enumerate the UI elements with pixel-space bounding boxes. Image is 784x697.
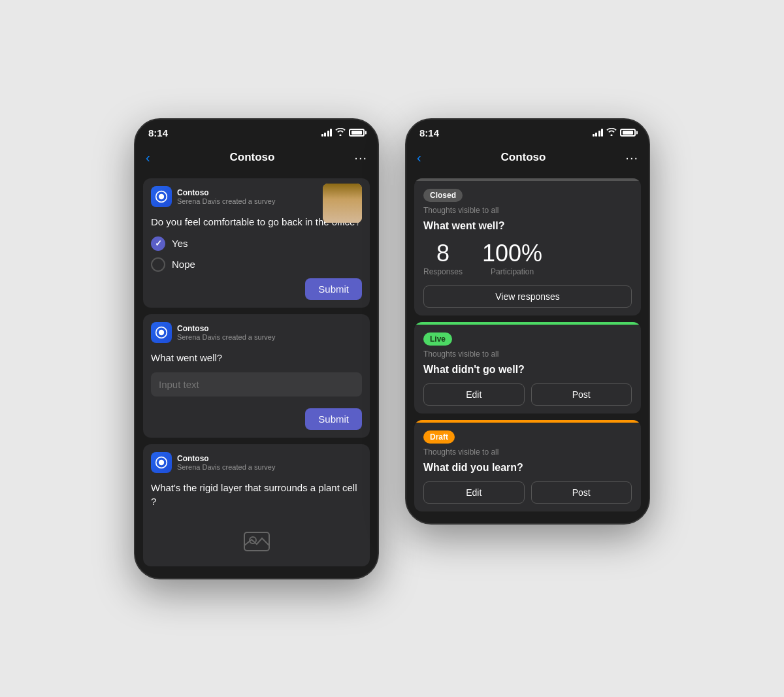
left-nav-header: ‹ Contoso ··· bbox=[135, 144, 378, 173]
option-nope-radio[interactable] bbox=[151, 257, 165, 272]
contoso-app-icon-1 bbox=[151, 186, 172, 207]
right-more-button[interactable]: ··· bbox=[625, 150, 638, 165]
right-nav-header: ‹ Contoso ··· bbox=[406, 144, 649, 173]
right-status-bar: 8:14 bbox=[406, 120, 649, 144]
wifi-icon bbox=[335, 128, 346, 138]
survey1-participation-number: 100% bbox=[482, 240, 542, 267]
card1-submit-button[interactable]: Submit bbox=[305, 278, 362, 300]
survey1-stat-participation: 100% Participation bbox=[482, 240, 542, 276]
survey-card-2: Contoso Serena Davis created a survey Wh… bbox=[143, 314, 370, 438]
option-yes-label: Yes bbox=[172, 238, 188, 249]
card2-question: What went well? bbox=[151, 351, 362, 365]
battery-icon bbox=[349, 129, 365, 137]
survey3-question: What did you learn? bbox=[423, 462, 632, 474]
card3-body: What's the rigid layer that surrounds a … bbox=[143, 478, 370, 566]
left-nav-title: Contoso bbox=[230, 151, 275, 164]
person-silhouette bbox=[323, 184, 362, 223]
survey-card-1: Contoso Serena Davis created a survey Do… bbox=[143, 178, 370, 308]
survey3-inner: Draft Thoughts visible to all What did y… bbox=[414, 423, 641, 511]
survey1-participation-label: Participation bbox=[482, 267, 542, 276]
survey1-visible-text: Thoughts visible to all bbox=[423, 206, 632, 215]
survey1-inner: Closed Thoughts visible to all What went… bbox=[414, 181, 641, 316]
survey2-actions: Edit Post bbox=[423, 383, 632, 406]
right-back-button[interactable]: ‹ bbox=[417, 150, 421, 165]
right-phone: 8:14 ‹ Contoso ··· bbox=[405, 118, 650, 525]
survey-item-3: Draft Thoughts visible to all What did y… bbox=[414, 420, 641, 511]
contoso-app-icon-2 bbox=[151, 322, 172, 343]
right-time: 8:14 bbox=[419, 127, 439, 138]
card2-text-input[interactable] bbox=[151, 372, 362, 397]
card2-subtitle: Serena Davis created a survey bbox=[177, 333, 362, 341]
survey-item-1: Closed Thoughts visible to all What went… bbox=[414, 178, 641, 316]
left-back-button[interactable]: ‹ bbox=[146, 150, 150, 165]
svg-point-3 bbox=[159, 329, 164, 334]
signal-icon bbox=[321, 129, 333, 137]
survey-card-3: Contoso Serena Davis created a survey Wh… bbox=[143, 444, 370, 566]
survey3-visible-text: Thoughts visible to all bbox=[423, 447, 632, 457]
main-container: 8:14 ‹ Contoso ··· bbox=[108, 79, 676, 619]
survey2-visible-text: Thoughts visible to all bbox=[423, 349, 632, 359]
card2-app-name: Contoso bbox=[177, 324, 362, 333]
card3-meta: Contoso Serena Davis created a survey bbox=[177, 454, 362, 471]
survey1-stat-responses: 8 Responses bbox=[423, 240, 463, 276]
survey2-question: What didn't go well? bbox=[423, 364, 632, 376]
card3-app-name: Contoso bbox=[177, 454, 362, 463]
right-signal-icon bbox=[593, 129, 604, 137]
right-wifi-icon bbox=[606, 128, 617, 138]
card2-header: Contoso Serena Davis created a survey bbox=[143, 314, 370, 348]
survey1-responses-label: Responses bbox=[423, 267, 463, 276]
left-more-button[interactable]: ··· bbox=[354, 150, 367, 165]
card1-header: Contoso Serena Davis created a survey bbox=[143, 178, 370, 212]
survey1-responses-number: 8 bbox=[423, 240, 463, 267]
survey3-post-button[interactable]: Post bbox=[531, 481, 632, 504]
card3-subtitle: Serena Davis created a survey bbox=[177, 463, 362, 471]
left-phone: 8:14 ‹ Contoso ··· bbox=[134, 118, 379, 579]
card3-header: Contoso Serena Davis created a survey bbox=[143, 444, 370, 478]
survey3-actions: Edit Post bbox=[423, 481, 632, 504]
survey1-stats: 8 Responses 100% Participation bbox=[423, 240, 632, 276]
svg-point-1 bbox=[159, 193, 164, 199]
svg-point-5 bbox=[159, 459, 164, 464]
right-battery-icon bbox=[620, 129, 636, 137]
option-yes[interactable]: Yes bbox=[151, 236, 362, 251]
card1-person-image bbox=[323, 184, 362, 223]
right-phone-content: Closed Thoughts visible to all What went… bbox=[406, 173, 649, 523]
left-status-bar: 8:14 bbox=[135, 120, 378, 144]
option-nope-label: Nope bbox=[172, 259, 195, 270]
survey3-status-badge: Draft bbox=[423, 430, 455, 444]
left-time: 8:14 bbox=[148, 127, 168, 138]
contoso-app-icon-3 bbox=[151, 452, 172, 473]
card3-image-placeholder bbox=[151, 516, 362, 559]
left-status-icons bbox=[321, 128, 365, 138]
card1-body: Do you feel comfortable to go back in th… bbox=[143, 212, 370, 308]
card2-body: What went well? Submit bbox=[143, 348, 370, 438]
survey3-edit-button[interactable]: Edit bbox=[423, 481, 525, 504]
option-yes-radio[interactable] bbox=[151, 236, 165, 251]
survey2-edit-button[interactable]: Edit bbox=[423, 383, 525, 406]
card2-meta: Contoso Serena Davis created a survey bbox=[177, 324, 362, 341]
survey2-inner: Live Thoughts visible to all What didn't… bbox=[414, 325, 641, 413]
survey2-status-badge: Live bbox=[423, 332, 452, 346]
survey2-post-button[interactable]: Post bbox=[531, 383, 632, 406]
view-responses-button[interactable]: View responses bbox=[423, 285, 632, 308]
card3-question: What's the rigid layer that surrounds a … bbox=[151, 481, 362, 508]
right-nav-title: Contoso bbox=[501, 151, 546, 164]
survey1-status-badge: Closed bbox=[423, 189, 463, 202]
survey1-question: What went well? bbox=[423, 220, 632, 232]
right-status-icons bbox=[593, 128, 636, 138]
survey-item-2: Live Thoughts visible to all What didn't… bbox=[414, 322, 641, 413]
option-nope[interactable]: Nope bbox=[151, 257, 362, 272]
card2-submit-button[interactable]: Submit bbox=[305, 408, 362, 430]
left-phone-content: Contoso Serena Davis created a survey Do… bbox=[135, 173, 378, 578]
